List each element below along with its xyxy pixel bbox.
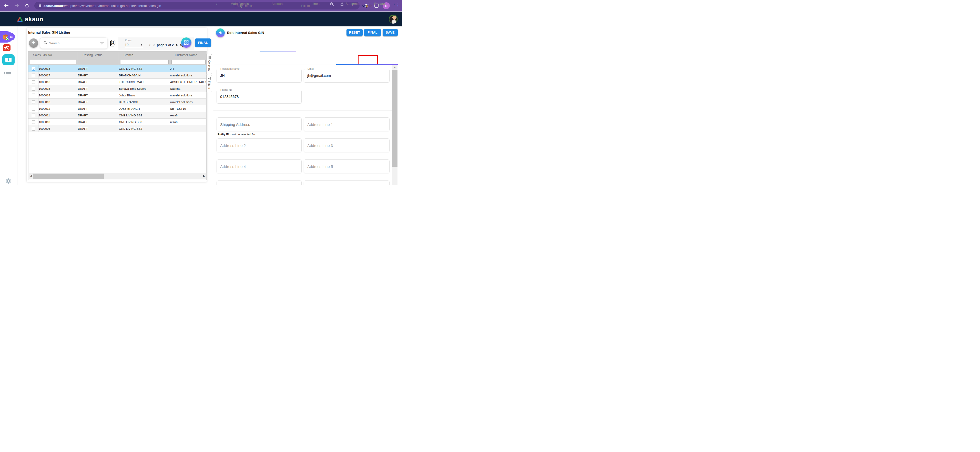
akaun-logo[interactable]: akaun: [17, 16, 43, 23]
row-checkbox[interactable]: [32, 73, 35, 77]
scroll-right-icon[interactable]: ▶: [203, 174, 205, 178]
multi-page-icon[interactable]: 2: [109, 40, 116, 48]
column-header-branch[interactable]: Branch: [119, 51, 170, 59]
row-checkbox-cell: [29, 112, 39, 118]
table-row[interactable]: 1000018DRAFTONE LIVING SS2JH: [29, 65, 206, 72]
page-indicator: page 1 of 2: [157, 43, 174, 47]
first-page-button[interactable]: |<: [148, 43, 150, 47]
cell-customer-name: wavelet solutions: [170, 72, 207, 78]
filter-list-icon[interactable]: [100, 42, 104, 46]
row-checkbox[interactable]: [32, 80, 35, 84]
cell-sales-gin-no: 1000012: [39, 105, 78, 112]
table-row[interactable]: 1000016DRAFTTHE CURVE MALLABSOLUTE TIME …: [29, 79, 206, 85]
filter-input-sales-gin-no[interactable]: [30, 60, 76, 64]
address-line-5-field[interactable]: Address Line 5: [304, 159, 390, 173]
table-row[interactable]: 1000014DRAFTJohor Bharuwavelet solutions: [29, 92, 206, 99]
cell-posting-status: DRAFT: [78, 65, 119, 72]
row-checkbox[interactable]: [32, 127, 35, 131]
sidebar-item-finance-app[interactable]: $: [2, 54, 14, 65]
settings-gear-icon[interactable]: [6, 178, 11, 185]
recipient-name-field[interactable]: Recipient Name JH: [216, 69, 302, 83]
table-header-row: Sales GIN No Posting Status Branch Custo…: [29, 51, 206, 59]
column-header-sales-gin-no[interactable]: Sales GIN No: [29, 51, 78, 59]
address-line-4-field[interactable]: Address Line 4: [216, 159, 302, 173]
row-checkbox-cell: [29, 72, 39, 78]
browser-back-icon[interactable]: [3, 3, 9, 8]
row-checkbox[interactable]: [32, 67, 35, 70]
cell-posting-status: DRAFT: [78, 79, 119, 85]
address-line-3-field[interactable]: Address Line 3: [304, 138, 390, 152]
check-icon: [32, 67, 35, 70]
prev-page-button[interactable]: <: [153, 43, 155, 47]
table-row[interactable]: 1000011DRAFTONE LIVING SS2reza6: [29, 112, 206, 119]
final-button[interactable]: FINAL: [364, 29, 381, 37]
edit-panel-scrollbar[interactable]: ▲: [392, 65, 398, 185]
cell-sales-gin-no: 1000015: [39, 85, 78, 92]
filter-input-branch[interactable]: [120, 60, 169, 64]
sidebar-expand-toggle[interactable]: ›≡: [8, 33, 15, 40]
browser-reload-icon[interactable]: [24, 3, 30, 8]
table-row[interactable]: 1000005DRAFTONE LIVING SS2: [29, 126, 206, 132]
row-checkbox-cell: [29, 85, 39, 92]
scroll-up-icon[interactable]: ▲: [392, 66, 398, 68]
table-row[interactable]: 1000013DRAFTBTC BRANCHwavelet solutions: [29, 99, 206, 105]
lock-icon: [38, 3, 41, 8]
row-checkbox-cell: [29, 126, 39, 132]
scroll-left-icon[interactable]: ◀: [30, 174, 32, 178]
subtab-ship-to[interactable]: Ship To: [336, 4, 398, 8]
back-arrow-icon: [218, 30, 223, 35]
search-icon: [44, 41, 47, 45]
grid-view-button[interactable]: [181, 37, 191, 48]
table-row[interactable]: 1000015DRAFTBerjaya Time SquereSabrina: [29, 85, 206, 92]
sidebar-item-listing[interactable]: [4, 72, 11, 76]
address-line-2-field[interactable]: Address Line 2: [216, 138, 302, 152]
partial-field-right[interactable]: [304, 180, 390, 185]
akaun-logo-icon: [17, 16, 23, 22]
browser-forward-icon[interactable]: [14, 3, 19, 8]
row-checkbox[interactable]: [32, 120, 35, 124]
table-row[interactable]: 1000017DRAFTBRANCHAGAINwavelet solutions: [29, 72, 206, 79]
partial-field-left[interactable]: [216, 180, 302, 185]
horizontal-scrollbar-thumb[interactable]: [33, 173, 104, 179]
row-checkbox[interactable]: [32, 114, 35, 117]
row-checkbox[interactable]: [32, 87, 35, 91]
search-input[interactable]: [49, 41, 92, 45]
table-row[interactable]: 1000012DRAFTJOSY BRANCHSB-TEST10: [29, 105, 206, 112]
row-checkbox[interactable]: [32, 100, 35, 104]
filter-input-customer-name[interactable]: [172, 60, 205, 64]
cell-customer-name: JH: [170, 65, 207, 72]
user-avatar[interactable]: [389, 14, 398, 24]
cell-customer-name: [170, 126, 207, 132]
sidebar-item-da-app[interactable]: [3, 45, 11, 51]
cell-posting-status: DRAFT: [78, 72, 119, 78]
save-button[interactable]: SAVE: [383, 29, 398, 37]
cell-posting-status: DRAFT: [78, 92, 119, 99]
cell-sales-gin-no: 1000017: [39, 72, 78, 78]
side-tab-filters[interactable]: Filters: [207, 75, 212, 92]
back-button[interactable]: [216, 29, 225, 37]
cell-customer-name: wavelet solutions: [170, 92, 207, 99]
row-checkbox[interactable]: [32, 107, 35, 110]
next-page-button[interactable]: >: [176, 43, 178, 47]
add-record-button[interactable]: +: [29, 38, 38, 48]
horizontal-scrollbar[interactable]: ◀ ▶: [29, 173, 206, 180]
address-line-1-field[interactable]: Address Line 1: [304, 118, 390, 131]
reset-button[interactable]: RESET: [347, 29, 363, 37]
subtab-bill-to[interactable]: Bill To: [275, 4, 336, 8]
row-checkbox[interactable]: [32, 94, 35, 97]
final-button-listing[interactable]: FINAL: [195, 38, 211, 47]
edit-panel-scrollbar-thumb[interactable]: [392, 70, 398, 167]
table-row[interactable]: 1000010DRAFTONE LIVING SS2reza6: [29, 119, 206, 126]
rows-per-page-label: Rows: [125, 39, 132, 42]
side-tab-columns[interactable]: Columns: [207, 54, 212, 74]
phone-no-field[interactable]: Phone No 012345678: [216, 90, 302, 103]
email-field[interactable]: Email jh@gmail.com: [304, 69, 390, 83]
column-header-customer-name[interactable]: Customer Name: [170, 51, 207, 59]
app-sidebar: ›≡ $: [0, 26, 18, 185]
column-header-posting-status[interactable]: Posting Status: [78, 51, 119, 59]
rows-dropdown-arrow-icon[interactable]: ▼: [140, 44, 143, 46]
app-header: akaun: [0, 12, 402, 26]
shipping-address-select[interactable]: Shipping Address: [216, 118, 302, 131]
list-icon: [4, 72, 11, 76]
subtab-entity-details[interactable]: Entity Details: [213, 4, 275, 8]
